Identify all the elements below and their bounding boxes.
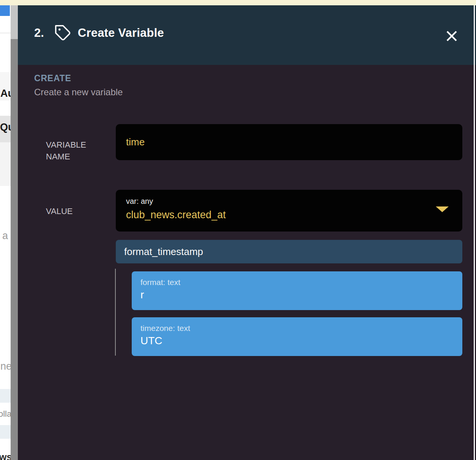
background-text-fragment: ne	[0, 361, 11, 372]
background-row-band	[0, 425, 11, 439]
background-page: Au Qu a ne olla ws	[0, 0, 11, 460]
dropdown-caret-icon[interactable]	[436, 206, 449, 212]
background-row-band	[0, 142, 11, 186]
param-timezone-label: timezone: text	[140, 324, 454, 333]
tag-icon	[54, 24, 72, 42]
background-divider	[0, 33, 11, 33]
background-text-fragment: a	[2, 230, 8, 242]
function-name-bar[interactable]: format_timestamp	[116, 240, 462, 263]
divider-strip-light	[11, 5, 18, 39]
background-row-band	[0, 389, 11, 403]
param-format-value: r	[140, 289, 454, 301]
variable-name-label: VARIABLE NAME	[46, 139, 103, 163]
value-label: VALUE	[46, 206, 73, 217]
background-text-fragment: olla	[0, 409, 11, 419]
param-format-box[interactable]: format: text r	[132, 271, 462, 310]
param-format-label: format: text	[140, 278, 454, 287]
create-section-subtitle: Create a new variable	[34, 87, 123, 98]
value-input[interactable]: var: any club_news.created_at	[116, 190, 462, 232]
close-button[interactable]	[442, 26, 462, 46]
connector-line	[115, 269, 116, 356]
param-timezone-box[interactable]: timezone: text UTC	[132, 317, 462, 356]
screen: Au Qu a ne olla ws 2. Create Variable	[0, 0, 476, 460]
variable-name-value: time	[126, 136, 145, 148]
step-number: 2.	[34, 26, 44, 40]
dialog-header: 2. Create Variable	[18, 5, 476, 65]
create-section-heading: CREATE	[34, 73, 71, 83]
create-variable-dialog: 2. Create Variable CREATE Create a new v…	[18, 5, 476, 460]
right-edge-line	[474, 5, 475, 460]
variable-name-input[interactable]: time	[116, 124, 462, 160]
param-timezone-value: UTC	[140, 335, 454, 347]
background-accent-block	[0, 5, 10, 16]
function-name: format_timestamp	[124, 246, 203, 258]
background-text-fragment: Au	[0, 88, 11, 99]
value-text: club_news.created_at	[126, 209, 452, 221]
background-text-fragment: Qu	[0, 121, 11, 133]
close-icon	[444, 29, 459, 43]
divider-strip	[11, 5, 18, 460]
value-type-hint: var: any	[126, 197, 452, 206]
dialog-title: Create Variable	[78, 26, 164, 40]
background-text-fragment: ws	[0, 452, 11, 460]
dialog-body: CREATE Create a new variable VARIABLE NA…	[18, 65, 476, 460]
top-strip	[0, 0, 476, 5]
